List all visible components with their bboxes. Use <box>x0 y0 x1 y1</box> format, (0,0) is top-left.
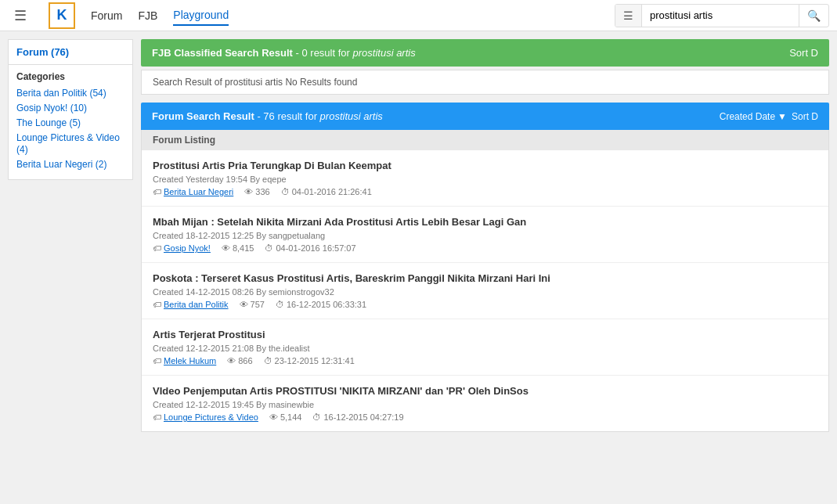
tag-views: 👁 5,144 <box>269 412 302 422</box>
result-title-link[interactable]: Artis Terjerat Prostitusi <box>153 329 817 340</box>
tag-date: ⏱ 16-12-2015 04:27:19 <box>312 412 403 422</box>
tag-category: 🏷 Berita Luar Negeri <box>153 187 233 196</box>
sidebar-forum-header: Forum (76) <box>8 39 133 65</box>
clock-icon: ⏱ <box>276 300 284 309</box>
main-layout: Forum (76) Categories Berita dan Politik… <box>0 31 837 440</box>
sidebar: Forum (76) Categories Berita dan Politik… <box>8 39 133 432</box>
fjb-sort-label: Sort D <box>789 47 818 59</box>
menu-button[interactable]: ☰ <box>8 4 33 27</box>
categories-title: Categories <box>16 71 124 82</box>
sidebar-item-lounge-pictures[interactable]: Lounge Pictures & Video (4) <box>16 132 120 155</box>
search-icon: 🔍 <box>807 9 821 22</box>
tag-category: 🏷 Gosip Nyok! <box>153 243 211 253</box>
header: ☰ K Forum FJB Playground ☰ 🔍 <box>0 0 837 31</box>
forum-listing-label: Forum Listing <box>141 130 829 150</box>
table-row: Prostitusi Artis Pria Terungkap Di Bulan… <box>142 150 828 207</box>
result-title-link[interactable]: Mbah Mijan : Setelah Nikita Mirzani Ada … <box>153 216 817 228</box>
nav-forum[interactable]: Forum <box>91 6 122 25</box>
tag-views: 👁 336 <box>244 187 269 196</box>
result-tags: 🏷 Berita dan Politik 👁 757 ⏱ 16-12-2015 … <box>153 300 817 309</box>
tag-views: 👁 866 <box>227 356 252 365</box>
tag-category: 🏷 Berita dan Politik <box>153 300 229 309</box>
search-submit-button[interactable]: 🔍 <box>799 5 828 27</box>
tag-date: ⏱ 04-01-2016 16:57:07 <box>265 243 355 253</box>
main-nav: Forum FJB Playground <box>91 5 229 26</box>
sort-d-button[interactable]: Sort D <box>792 111 818 122</box>
category-link[interactable]: Melek Hukum <box>164 356 216 365</box>
result-meta: Created Yesterday 19:54 By eqepe <box>153 175 817 184</box>
search-filter-button[interactable]: ☰ <box>615 5 642 27</box>
result-meta: Created 18-12-2015 12:25 By sangpetualan… <box>153 231 817 240</box>
category-link[interactable]: Berita Luar Negeri <box>164 187 233 196</box>
eye-icon: 👁 <box>227 356 236 365</box>
sidebar-item-berita-luar-negeri[interactable]: Berita Luar Negeri (2) <box>16 159 106 170</box>
result-meta: Created 12-12-2015 21:08 By the.idealist <box>153 344 817 353</box>
result-meta: Created 14-12-2015 08:26 By semionstrogo… <box>153 287 817 297</box>
logo: K <box>49 2 75 29</box>
tag-icon: 🏷 <box>153 187 161 196</box>
tag-icon: 🏷 <box>153 356 161 365</box>
tag-date: ⏱ 23-12-2015 12:31:41 <box>264 356 355 365</box>
tag-icon: 🏷 <box>153 300 161 309</box>
table-row: VIdeo Penjemputan Artis PROSTITUSI 'NIKI… <box>142 376 828 431</box>
tag-views: 👁 757 <box>240 300 265 309</box>
category-link[interactable]: Lounge Pictures & Video <box>164 412 258 422</box>
forum-result-sort-area: Created Date ▼ Sort D <box>720 111 818 122</box>
list-item: The Lounge (5) <box>16 117 124 128</box>
result-tags: 🏷 Lounge Pictures & Video 👁 5,144 ⏱ 16-1… <box>153 412 817 422</box>
forum-result-list: Prostitusi Artis Pria Terungkap Di Bulan… <box>141 150 829 432</box>
table-row: Mbah Mijan : Setelah Nikita Mirzani Ada … <box>142 207 828 263</box>
result-tags: 🏷 Melek Hukum 👁 866 ⏱ 23-12-2015 12:31:4… <box>153 356 817 365</box>
result-tags: 🏷 Berita Luar Negeri 👁 336 ⏱ 04-01-2016 … <box>153 187 817 196</box>
list-item: Berita Luar Negeri (2) <box>16 158 124 170</box>
result-title-link[interactable]: VIdeo Penjemputan Artis PROSTITUSI 'NIKI… <box>153 385 817 397</box>
list-item: Gosip Nyok! (10) <box>16 102 124 113</box>
sidebar-item-berita-dan-politik[interactable]: Berita dan Politik (54) <box>16 88 106 99</box>
category-link[interactable]: Berita dan Politik <box>164 300 229 309</box>
list-item: Berita dan Politik (54) <box>16 87 124 99</box>
result-tags: 🏷 Gosip Nyok! 👁 8,415 ⏱ 04-01-2016 16:57… <box>153 243 817 253</box>
created-date-sort-button[interactable]: Created Date ▼ <box>720 111 787 122</box>
content-area: FJB Classified Search Result - 0 result … <box>141 39 829 432</box>
tag-date: ⏱ 16-12-2015 06:33:31 <box>276 300 366 309</box>
tag-category: 🏷 Melek Hukum <box>153 356 216 365</box>
clock-icon: ⏱ <box>264 356 272 365</box>
hamburger-icon: ☰ <box>14 8 27 23</box>
search-bar: ☰ 🔍 <box>615 4 829 27</box>
eye-icon: 👁 <box>244 187 253 196</box>
clock-icon: ⏱ <box>265 243 273 253</box>
table-row: Poskota : Terseret Kasus Prostitusi Arti… <box>142 263 828 319</box>
nav-fjb[interactable]: FJB <box>138 6 157 25</box>
search-input[interactable] <box>642 5 799 26</box>
tag-category: 🏷 Lounge Pictures & Video <box>153 412 258 422</box>
nav-playground[interactable]: Playground <box>173 5 229 26</box>
forum-result-title-area: Forum Search Result - 76 result for pros… <box>152 110 383 122</box>
fjb-result-banner: FJB Classified Search Result - 0 result … <box>141 39 829 67</box>
result-title-link[interactable]: Prostitusi Artis Pria Terungkap Di Bulan… <box>153 160 817 171</box>
tag-icon: 🏷 <box>153 243 161 253</box>
sidebar-item-gosip-nyok[interactable]: Gosip Nyok! (10) <box>16 103 87 113</box>
eye-icon: 👁 <box>222 243 230 253</box>
category-list: Berita dan Politik (54) Gosip Nyok! (10)… <box>16 87 124 170</box>
sidebar-item-the-lounge[interactable]: The Lounge (5) <box>16 117 81 128</box>
tag-views: 👁 8,415 <box>222 243 254 253</box>
chevron-down-icon: ▼ <box>777 111 787 122</box>
filter-icon: ☰ <box>623 9 633 22</box>
sidebar-body: Categories Berita dan Politik (54) Gosip… <box>8 65 133 180</box>
eye-icon: 👁 <box>269 412 278 422</box>
result-meta: Created 12-12-2015 19:45 By masinewbie <box>153 400 817 409</box>
category-link[interactable]: Gosip Nyok! <box>164 243 211 253</box>
forum-result-header: Forum Search Result - 76 result for pros… <box>141 103 829 130</box>
result-title-link[interactable]: Poskota : Terseret Kasus Prostitusi Arti… <box>153 272 817 284</box>
fjb-result-text: FJB Classified Search Result - 0 result … <box>152 47 416 59</box>
clock-icon: ⏱ <box>312 412 321 422</box>
eye-icon: 👁 <box>240 300 248 309</box>
tag-icon: 🏷 <box>153 412 161 422</box>
table-row: Artis Terjerat Prostitusi Created 12-12-… <box>142 319 828 376</box>
fjb-no-result: Search Result of prostitusi artis No Res… <box>141 70 829 95</box>
list-item: Lounge Pictures & Video (4) <box>16 131 124 155</box>
clock-icon: ⏱ <box>281 187 290 196</box>
tag-date: ⏱ 04-01-2016 21:26:41 <box>281 187 372 196</box>
